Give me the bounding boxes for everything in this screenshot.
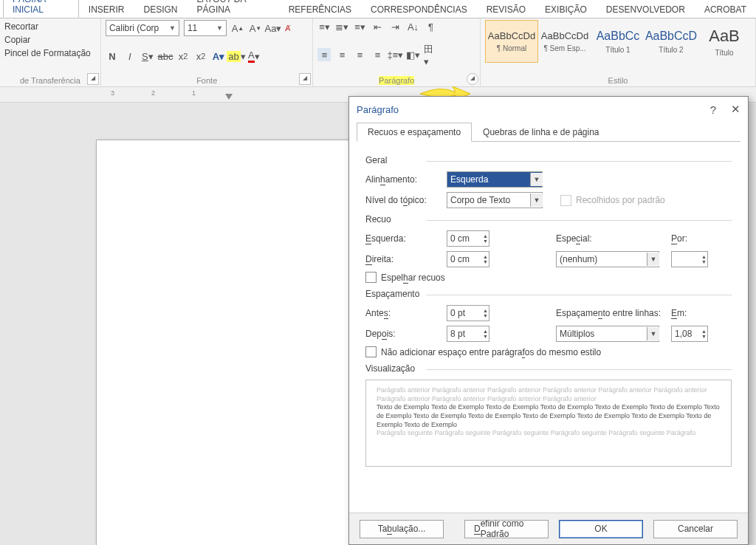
chevron-down-icon: ▼: [166, 24, 176, 32]
indent-left-input[interactable]: 0 cm▲▼: [447, 230, 489, 247]
multilevel-icon[interactable]: ≡▾: [353, 20, 366, 33]
shrink-font-icon[interactable]: A▼: [249, 21, 262, 35]
style-name: ¶ Sem Esp...: [543, 44, 585, 52]
font-color-icon[interactable]: A▾: [247, 49, 261, 63]
style-sample: AaBbCcD: [645, 30, 697, 43]
justify-icon[interactable]: ≡: [371, 48, 384, 61]
inc-indent-icon[interactable]: ⇥: [388, 20, 402, 33]
line-spacing-select[interactable]: Múltiplos▼: [556, 326, 659, 342]
bullets-icon[interactable]: ≡▾: [317, 20, 331, 33]
indent-right-input[interactable]: 0 cm▲▼: [447, 251, 489, 267]
style--normal[interactable]: AaBbCcDd¶ Normal: [485, 20, 538, 63]
clipboard-launcher-icon[interactable]: ◢: [87, 73, 99, 85]
align-right-icon[interactable]: ≡: [353, 48, 366, 61]
ribbon: Recortar Copiar Pincel de Formatação de …: [0, 18, 756, 87]
chevron-down-icon: ▼: [530, 173, 543, 186]
copy-button[interactable]: Copiar: [4, 33, 96, 47]
tab-design[interactable]: DESIGN: [134, 1, 188, 18]
dec-indent-icon[interactable]: ⇤: [371, 20, 384, 33]
ok-button[interactable]: OK: [559, 520, 643, 538]
style-t-tulo-1[interactable]: AaBbCcTítulo 1: [591, 20, 645, 63]
line-spacing-label: Espaçamento entre linhas:: [556, 308, 671, 318]
collapsed-checkbox: [560, 195, 571, 206]
tab-acrobat[interactable]: ACROBAT: [695, 1, 756, 18]
tabs-button[interactable]: Tabulação...: [360, 520, 444, 538]
dialog-title: Parágrafo: [357, 104, 399, 115]
show-marks-icon[interactable]: ¶: [424, 20, 437, 33]
preview-box: Parágrafo anterior Parágrafo anterior Pa…: [365, 380, 732, 467]
dialog-tab-indent[interactable]: Recuos e espaçamento: [357, 123, 472, 142]
by-input[interactable]: ▲▼: [671, 251, 708, 267]
special-label: Especial:: [556, 233, 637, 244]
subscript-icon[interactable]: x2: [176, 49, 190, 63]
dialog-tab-breaks[interactable]: Quebras de linha e de página: [472, 123, 610, 142]
underline-icon[interactable]: S▾: [141, 49, 154, 63]
section-preview: Visualização: [365, 363, 732, 374]
after-input[interactable]: 8 pt▲▼: [447, 326, 489, 342]
font-name-combo[interactable]: Calibri (Corp▼: [106, 20, 179, 36]
preview-sample: Texto de Exemplo Texto de Exemplo Texto …: [377, 403, 721, 429]
preview-next: Parágrafo seguinte Parágrafo seguinte Pa…: [377, 429, 721, 438]
style-name: Título 1: [605, 46, 630, 54]
line-spacing-icon[interactable]: ‡≡▾: [388, 48, 402, 61]
style-sample: AaB: [709, 27, 740, 46]
section-indent: Recuo: [365, 214, 732, 224]
align-left-icon[interactable]: ≡: [317, 48, 331, 61]
ribbon-tabs: PÁGINA INICIAL INSERIR DESIGN LAYOUT DA …: [0, 0, 756, 18]
strike-icon[interactable]: abc: [159, 49, 172, 63]
outline-select[interactable]: Corpo de Texto ▼: [447, 192, 543, 208]
align-center-icon[interactable]: ≡: [335, 48, 348, 61]
preview-prev: Parágrafo anterior Parágrafo anterior Pa…: [377, 386, 721, 403]
group-clipboard: Recortar Copiar Pincel de Formatação de …: [0, 18, 101, 86]
cut-button[interactable]: Recortar: [4, 20, 96, 33]
tab-developer[interactable]: DESENVOLVEDOR: [597, 1, 695, 18]
tab-review[interactable]: REVISÃO: [477, 1, 535, 18]
cancel-button[interactable]: Cancelar: [653, 520, 738, 538]
nospace-checkbox[interactable]: [365, 346, 377, 357]
at-input[interactable]: 1,08▲▼: [671, 326, 708, 342]
help-button[interactable]: ?: [710, 103, 716, 116]
bold-icon[interactable]: N: [106, 49, 119, 63]
grow-font-icon[interactable]: A▲: [231, 21, 244, 35]
tab-references[interactable]: REFERÊNCIAS: [279, 1, 361, 18]
change-case-icon[interactable]: Aa▾: [267, 21, 280, 35]
tab-home[interactable]: PÁGINA INICIAL: [3, 0, 79, 18]
style-t-tulo-2[interactable]: AaBbCcDTítulo 2: [645, 20, 698, 63]
borders-icon[interactable]: 田▾: [424, 48, 437, 61]
style-name: ¶ Normal: [497, 44, 526, 52]
tab-insert[interactable]: INSERIR: [79, 1, 134, 18]
group-styles: AaBbCcDd¶ NormalAaBbCcDd¶ Sem Esp...AaBb…: [481, 18, 756, 86]
tab-mailings[interactable]: CORRESPONDÊNCIAS: [361, 1, 477, 18]
ruler-tick: 1: [192, 89, 196, 97]
chevron-down-icon: ▼: [530, 193, 543, 207]
mirror-checkbox[interactable]: [365, 272, 377, 283]
superscript-icon[interactable]: x2: [194, 49, 207, 63]
before-label: Antes:: [365, 308, 447, 318]
group-paragraph: ≡▾ ≣▾ ≡▾ ⇤ ⇥ A↓ ¶ ≡ ≡ ≡ ≡ ‡≡▾ ◧▾ 田▾ Pará…: [313, 18, 481, 86]
tab-layout[interactable]: LAYOUT DA PÁGINA: [188, 0, 279, 18]
close-button[interactable]: ✕: [731, 103, 740, 116]
after-label: Depois:: [365, 329, 447, 339]
clear-format-icon[interactable]: A̸: [284, 21, 298, 35]
set-default-button[interactable]: Definir como Padrão: [464, 520, 549, 538]
indent-marker-icon[interactable]: [225, 94, 233, 100]
text-effects-icon[interactable]: A▾: [212, 49, 225, 63]
before-input[interactable]: 0 pt▲▼: [447, 305, 489, 321]
font-size-combo[interactable]: 11▼: [184, 20, 227, 36]
font-launcher-icon[interactable]: ◢: [299, 73, 311, 85]
highlight-icon[interactable]: ab▾: [230, 49, 243, 63]
italic-icon[interactable]: I: [123, 49, 137, 63]
outline-label: Nível do tópico:: [365, 195, 447, 205]
special-select[interactable]: (nenhum)▼: [556, 251, 659, 267]
format-painter-button[interactable]: Pincel de Formatação: [4, 47, 96, 60]
outline-value: Corpo de Texto: [450, 195, 510, 205]
style-name: Título 2: [659, 46, 683, 54]
by-label: Por:: [671, 233, 687, 244]
style-t-tulo[interactable]: AaBTítulo: [698, 20, 751, 63]
numbering-icon[interactable]: ≣▾: [335, 20, 348, 33]
tab-view[interactable]: EXIBIÇÃO: [535, 1, 597, 18]
shading-icon[interactable]: ◧▾: [406, 48, 419, 61]
style--sem-esp-[interactable]: AaBbCcDd¶ Sem Esp...: [538, 20, 591, 63]
sort-icon[interactable]: A↓: [406, 20, 419, 33]
alignment-select[interactable]: Esquerda ▼: [447, 171, 543, 188]
